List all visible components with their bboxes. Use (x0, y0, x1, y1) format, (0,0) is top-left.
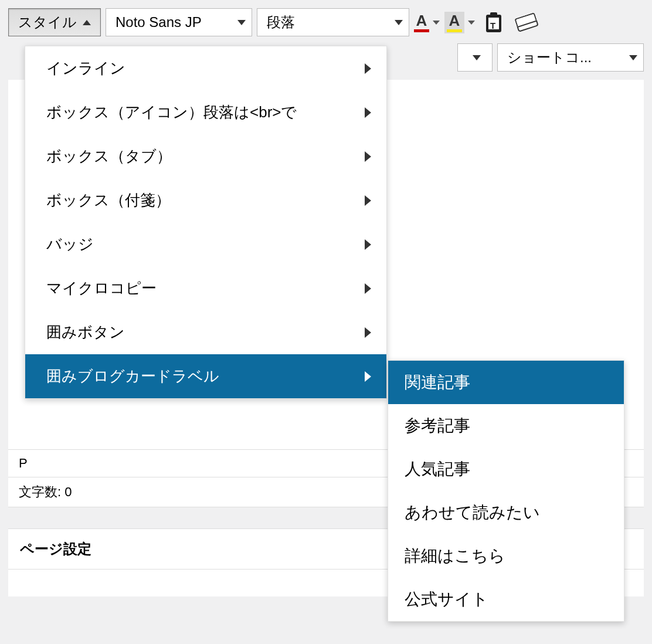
chevron-right-icon (365, 283, 371, 294)
style-menu-item[interactable]: インライン (25, 46, 386, 90)
style-menu-item[interactable]: バッジ (25, 222, 386, 266)
chevron-right-icon (365, 327, 371, 338)
clear-format-button[interactable] (512, 8, 541, 36)
chevron-right-icon (365, 239, 371, 250)
bg-color-bar-icon (447, 29, 462, 32)
caret-down-icon (629, 55, 637, 60)
eraser-icon (514, 12, 539, 32)
paste-clipboard-button[interactable]: T (480, 8, 508, 36)
shortcode-value: ショートコ... (507, 48, 592, 67)
submenu-item-label: 関連記事 (405, 371, 470, 394)
style-menu-item[interactable]: 囲みボタン (25, 310, 386, 354)
style-menu-item[interactable]: ボックス（タブ） (25, 134, 386, 178)
clipboard-icon: T (485, 12, 502, 32)
style-menu-item[interactable]: マイクロコピー (25, 266, 386, 310)
font-family-value: Noto Sans JP (116, 14, 202, 30)
paragraph-format-select[interactable]: 段落 (257, 8, 409, 36)
style-menu-item-label: ボックス（付箋） (46, 190, 171, 211)
style-dropdown-label: スタイル (18, 13, 77, 32)
style-menu-item-label: 囲みボタン (46, 322, 125, 343)
style-menu-item-label: インライン (46, 58, 125, 79)
submenu-item-label: 公式サイト (405, 588, 488, 611)
submenu-item-label: 詳細はこちら (405, 545, 505, 567)
bg-color-letter-icon: A (449, 13, 460, 28)
submenu-item-label: 人気記事 (405, 458, 470, 480)
submenu-item[interactable]: 人気記事 (388, 448, 624, 491)
font-family-select[interactable]: Noto Sans JP (106, 8, 252, 36)
text-color-letter-icon: A (416, 13, 427, 28)
chevron-right-icon (365, 151, 371, 162)
caret-down-icon (468, 21, 475, 25)
submenu-item[interactable]: 詳細はこちら (388, 534, 624, 578)
submenu-item[interactable]: あわせて読みたい (388, 491, 624, 534)
caret-up-icon (83, 20, 91, 25)
background-color-button[interactable]: A (444, 12, 475, 33)
editor-toolbar-row1: スタイル Noto Sans JP 段落 A A T (0, 0, 652, 40)
chevron-right-icon (365, 63, 371, 74)
chevron-right-icon (365, 195, 371, 206)
chevron-right-icon (365, 371, 371, 382)
submenu-item[interactable]: 公式サイト (388, 578, 624, 621)
style-menu-item-label: ボックス（タブ） (46, 146, 172, 167)
caret-down-icon (237, 20, 246, 25)
path-value: P (19, 456, 28, 470)
style-dropdown-button[interactable]: スタイル (8, 8, 101, 36)
style-menu-item-label: ボックス（アイコン）段落は<br>で (46, 102, 297, 123)
chevron-right-icon (365, 107, 371, 118)
charcount-label: 文字数: 0 (19, 484, 72, 499)
submenu-item-label: 参考記事 (405, 415, 470, 437)
unknown-select[interactable] (457, 43, 493, 72)
page-settings-title: ページ設定 (20, 541, 91, 557)
submenu-item[interactable]: 参考記事 (388, 404, 624, 448)
caret-down-icon (473, 55, 481, 60)
style-menu-item[interactable]: ボックス（アイコン）段落は<br>で (25, 90, 386, 134)
style-menu-item[interactable]: ボックス（付箋） (25, 178, 386, 222)
caret-down-icon (395, 20, 403, 25)
caret-down-icon (433, 21, 440, 25)
submenu-item[interactable]: 関連記事 (388, 361, 624, 404)
blogcard-label-submenu: 関連記事参考記事人気記事あわせて読みたい詳細はこちら公式サイト (388, 360, 624, 622)
style-menu-item-label: 囲みブログカードラベル (46, 366, 219, 387)
style-menu-item-label: バッジ (46, 234, 94, 255)
style-menu-item[interactable]: 囲みブログカードラベル (25, 354, 386, 398)
paragraph-format-value: 段落 (267, 13, 295, 32)
text-color-button[interactable]: A (414, 13, 440, 32)
style-menu: インラインボックス（アイコン）段落は<br>でボックス（タブ）ボックス（付箋）バ… (25, 46, 387, 399)
text-color-bar-icon (414, 29, 429, 32)
submenu-item-label: あわせて読みたい (405, 501, 540, 524)
style-menu-item-label: マイクロコピー (46, 278, 157, 299)
shortcode-select[interactable]: ショートコ... (497, 43, 644, 72)
